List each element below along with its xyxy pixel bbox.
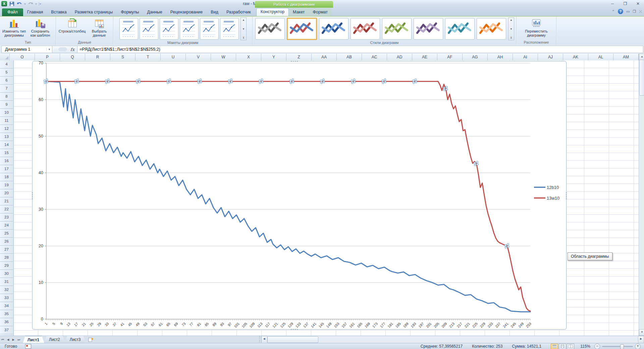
column-header-AF[interactable]: AF (437, 54, 463, 60)
row-header-13[interactable]: 13 (0, 133, 13, 141)
series-line-13w10[interactable] (46, 82, 530, 311)
column-header-AA[interactable]: AA (312, 54, 337, 60)
column-header-W[interactable]: W (211, 54, 236, 60)
row-header-15[interactable]: 15 (0, 149, 13, 157)
row-header-29[interactable]: 29 (0, 262, 13, 270)
row-header-19[interactable]: 19 (0, 181, 13, 189)
row-header-5[interactable]: 5 (0, 68, 13, 77)
chart-handle-right-icon[interactable] (566, 192, 567, 199)
row-header-27[interactable]: 27 (0, 246, 13, 254)
row-header-16[interactable]: 16 (0, 157, 13, 165)
row-header-26[interactable]: 26 (0, 238, 13, 246)
zoom-slider[interactable] (602, 346, 633, 347)
column-header-U[interactable]: U (161, 54, 186, 60)
column-header-AK[interactable]: AK (563, 54, 588, 60)
tab-file[interactable]: Файл (2, 8, 23, 16)
column-header-V[interactable]: V (186, 54, 211, 60)
row-header-22[interactable]: 22 (0, 205, 13, 213)
sheet-tab-Лист3[interactable]: Лист3 (65, 336, 86, 343)
row-header-6[interactable]: 6 (0, 77, 13, 85)
workbook-minimize-icon[interactable]: ▭ (626, 9, 630, 14)
tab-8[interactable]: Разработчик (222, 8, 255, 16)
last-sheet-icon[interactable]: ⏭ (16, 336, 21, 343)
chart-layout-chip-2[interactable] (140, 18, 158, 40)
row-header-8[interactable]: 8 (0, 93, 13, 101)
move-chart-button[interactable]: Переместить диаграмму (521, 18, 551, 40)
chart-style-chip-6[interactable] (414, 18, 443, 40)
name-box[interactable]: Диаграмма 1 ▾ (1, 46, 52, 53)
next-sheet-icon[interactable]: ▶ (11, 336, 16, 343)
column-header-O[interactable]: O (10, 54, 35, 60)
row-header-23[interactable]: 23 (0, 213, 13, 221)
horizontal-scroll-thumb[interactable] (267, 336, 318, 343)
column-header-AC[interactable]: AC (362, 54, 387, 60)
name-box-dropdown-icon[interactable]: ▾ (46, 48, 52, 51)
column-header-Y[interactable]: Y (261, 54, 286, 60)
legend-label-13w10[interactable]: 13w10 (547, 196, 559, 201)
layout-gallery-scroll[interactable]: ▲▼⊻ (240, 17, 247, 40)
scroll-right-icon[interactable]: ▶ (638, 336, 644, 343)
column-header-AI[interactable]: AI (513, 54, 538, 60)
legend-label-12b10[interactable]: 12b10 (547, 185, 559, 190)
column-header-AG[interactable]: AG (463, 54, 488, 60)
vertical-scrollbar[interactable]: ▲ ▼ (639, 54, 644, 336)
row-header-4[interactable]: 4 (0, 60, 13, 68)
restore-window-icon[interactable]: ❐ (621, 1, 630, 7)
chart-style-chip-2[interactable] (287, 18, 317, 40)
chart-handle-left-icon[interactable] (32, 192, 33, 199)
chart-layout-chip-1[interactable] (119, 18, 138, 40)
chart-style-chip-8[interactable] (477, 18, 506, 40)
column-header-AM[interactable]: AM (613, 54, 639, 60)
style-gallery-scroll[interactable]: ▲▼⊻ (508, 17, 514, 40)
contextual-tab-2[interactable]: Макет (289, 8, 309, 16)
row-header-33[interactable]: 33 (0, 294, 13, 302)
row-header-32[interactable]: 32 (0, 286, 13, 294)
chart-handle-top-icon[interactable] (291, 61, 298, 62)
column-header-T[interactable]: T (136, 54, 161, 60)
row-header-9[interactable]: 9 (0, 101, 13, 109)
horizontal-scrollbar[interactable]: ◀ ▶ (261, 336, 644, 343)
scroll-down-icon[interactable]: ▼ (639, 329, 644, 336)
row-header-7[interactable]: 7 (0, 85, 13, 93)
row-header-35[interactable]: 35 (0, 310, 13, 318)
tab-6[interactable]: Рецензирование (166, 8, 207, 16)
zoom-out-icon[interactable]: − (594, 344, 600, 349)
select-all-corner[interactable] (0, 54, 10, 60)
tab-2[interactable]: Вставка (47, 8, 70, 16)
column-header-AB[interactable]: AB (337, 54, 362, 60)
formula-input[interactable]: =РЯД(Лист1!$N$1;;Лист1!$N$2:$N$255;2) (77, 46, 643, 53)
tab-5[interactable]: Данные (143, 8, 166, 16)
minimize-window-icon[interactable]: ─ (608, 1, 617, 7)
row-header-34[interactable]: 34 (0, 302, 13, 310)
zoom-slider-thumb[interactable] (620, 344, 624, 349)
view-page-break-icon[interactable] (567, 344, 574, 349)
workbook-restore-icon[interactable]: ❐ (633, 9, 636, 14)
view-page-layout-icon[interactable] (559, 344, 566, 349)
column-header-AJ[interactable]: AJ (538, 54, 563, 60)
macro-record-icon[interactable] (25, 344, 31, 349)
column-header-X[interactable]: X (236, 54, 261, 60)
row-header-14[interactable]: 14 (0, 141, 13, 149)
tab-4[interactable]: Формулы (117, 8, 143, 16)
contextual-tab-3[interactable]: Формат (309, 8, 332, 16)
scroll-up-icon[interactable]: ▲ (639, 54, 644, 60)
prev-sheet-icon[interactable]: ◀ (5, 336, 11, 343)
chart-style-chip-5[interactable] (382, 18, 412, 40)
zoom-in-icon[interactable]: + (635, 344, 641, 349)
switch-row-column-button[interactable]: Строка/столбец (57, 18, 87, 40)
row-header-20[interactable]: 20 (0, 189, 13, 197)
column-header-AE[interactable]: AE (412, 54, 437, 60)
chart-area[interactable]: 0102030405060701591317212529333741454953… (32, 61, 567, 330)
row-header-28[interactable]: 28 (0, 254, 13, 262)
tab-split-grip[interactable] (258, 336, 261, 343)
row-header-17[interactable]: 17 (0, 165, 13, 173)
row-header-24[interactable]: 24 (0, 221, 13, 230)
zoom-level[interactable]: 115% (580, 344, 590, 349)
row-header-18[interactable]: 18 (0, 173, 13, 181)
tab-3[interactable]: Разметка страницы (71, 8, 117, 16)
sheet-tab-Лист2[interactable]: Лист2 (44, 336, 65, 343)
column-header-R[interactable]: R (85, 54, 110, 60)
row-header-11[interactable]: 11 (0, 117, 13, 125)
row-header-10[interactable]: 10 (0, 109, 13, 117)
column-header-AD[interactable]: AD (387, 54, 412, 60)
